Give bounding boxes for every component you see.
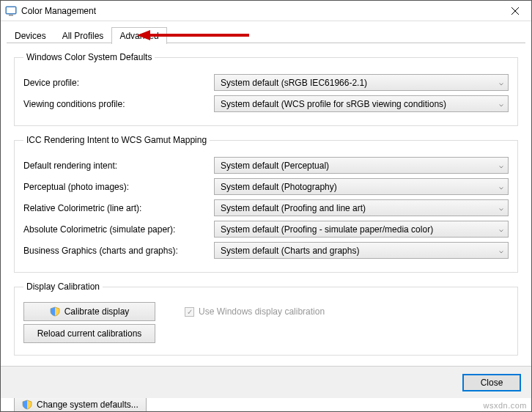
tab-all-profiles[interactable]: All Profiles bbox=[54, 27, 112, 44]
bottom-bar: Close bbox=[1, 366, 531, 398]
chevron-down-icon: ⌵ bbox=[499, 78, 503, 87]
group-legend-calib: Display Calibration bbox=[23, 282, 103, 292]
use-windows-calibration-checkbox: ✓ Use Windows display calibration bbox=[185, 306, 325, 317]
default-intent-dropdown[interactable]: System default (Perceptual) ⌵ bbox=[214, 157, 509, 174]
svg-rect-1 bbox=[7, 7, 15, 13]
watermark: wsxdn.com bbox=[483, 401, 527, 410]
absolute-label: Absolute Colorimetric (simulate paper): bbox=[23, 224, 214, 235]
perceptual-label: Perceptual (photo images): bbox=[23, 182, 214, 192]
chevron-down-icon: ⌵ bbox=[499, 246, 503, 254]
close-button[interactable]: Close bbox=[462, 374, 521, 391]
change-system-defaults-label: Change system defaults... bbox=[37, 400, 138, 410]
device-profile-label: Device profile: bbox=[23, 78, 214, 88]
use-windows-calibration-label: Use Windows display calibration bbox=[199, 306, 325, 317]
device-profile-dropdown[interactable]: System default (sRGB IEC61966-2.1) ⌵ bbox=[214, 74, 509, 91]
perceptual-value: System default (Photography) bbox=[221, 182, 337, 192]
group-legend-wcsd: Windows Color System Defaults bbox=[23, 52, 155, 62]
viewing-conditions-dropdown[interactable]: System default (WCS profile for sRGB vie… bbox=[214, 95, 509, 112]
business-value: System default (Charts and graphs) bbox=[221, 246, 359, 256]
window-title: Color Management bbox=[21, 6, 499, 16]
device-profile-value: System default (sRGB IEC61966-2.1) bbox=[221, 78, 367, 88]
shield-icon bbox=[50, 306, 60, 317]
arrow-shaft bbox=[150, 34, 249, 37]
viewing-conditions-label: Viewing conditions profile: bbox=[23, 99, 214, 109]
group-windows-color-system-defaults: Windows Color System Defaults Device pro… bbox=[14, 52, 518, 126]
group-icc-rendering-intent: ICC Rendering Intent to WCS Gamut Mappin… bbox=[14, 135, 518, 273]
perceptual-dropdown[interactable]: System default (Photography) ⌵ bbox=[214, 178, 509, 195]
business-label: Business Graphics (charts and graphs): bbox=[23, 246, 214, 256]
relative-label: Relative Colorimetric (line art): bbox=[23, 203, 214, 213]
reload-calibrations-label: Reload current calibrations bbox=[37, 328, 142, 339]
business-dropdown[interactable]: System default (Charts and graphs) ⌵ bbox=[214, 242, 509, 259]
chevron-down-icon: ⌵ bbox=[499, 183, 503, 191]
app-icon bbox=[5, 5, 17, 17]
annotation-arrow bbox=[137, 30, 249, 40]
tab-content: Windows Color System Defaults Device pro… bbox=[1, 43, 531, 356]
arrow-head-icon bbox=[137, 30, 150, 40]
chevron-down-icon: ⌵ bbox=[499, 100, 503, 108]
close-button-label: Close bbox=[481, 378, 503, 388]
svg-rect-2 bbox=[9, 15, 13, 16]
calibrate-display-label: Calibrate display bbox=[64, 306, 130, 317]
default-intent-value: System default (Perceptual) bbox=[221, 161, 329, 171]
tab-strip: Devices All Profiles Advanced bbox=[1, 21, 531, 43]
chevron-down-icon: ⌵ bbox=[499, 161, 503, 169]
relative-dropdown[interactable]: System default (Proofing and line art) ⌵ bbox=[214, 199, 509, 216]
calibrate-display-button[interactable]: Calibrate display bbox=[23, 302, 155, 321]
default-intent-label: Default rendering intent: bbox=[23, 161, 214, 171]
tab-devices[interactable]: Devices bbox=[7, 27, 54, 44]
absolute-dropdown[interactable]: System default (Proofing - simulate pape… bbox=[214, 221, 509, 238]
window-close-button[interactable] bbox=[499, 1, 531, 21]
chevron-down-icon: ⌵ bbox=[499, 204, 503, 212]
relative-value: System default (Proofing and line art) bbox=[221, 203, 366, 213]
checkbox-icon: ✓ bbox=[185, 307, 194, 317]
group-display-calibration: Display Calibration Calibrate display ✓ … bbox=[14, 282, 518, 356]
absolute-value: System default (Proofing - simulate pape… bbox=[221, 224, 433, 235]
reload-calibrations-button[interactable]: Reload current calibrations bbox=[23, 324, 155, 343]
title-bar: Color Management bbox=[1, 1, 531, 21]
chevron-down-icon: ⌵ bbox=[499, 225, 503, 233]
shield-icon bbox=[22, 400, 32, 410]
tab-underline bbox=[7, 43, 525, 43]
viewing-conditions-value: System default (WCS profile for sRGB vie… bbox=[221, 99, 446, 109]
group-legend-icc: ICC Rendering Intent to WCS Gamut Mappin… bbox=[23, 135, 210, 145]
